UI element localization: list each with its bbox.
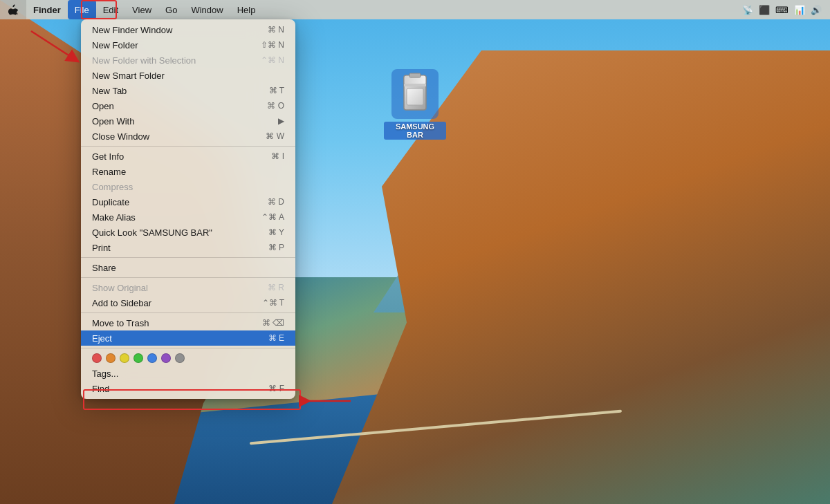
menu-item-new-folder-selection[interactable]: New Folder with Selection ⌃⌘ N (81, 53, 295, 68)
menu-item-new-folder[interactable]: New Folder ⇧⌘ N (81, 37, 295, 53)
tag-purple[interactable] (161, 353, 171, 363)
menu-item-quick-look[interactable]: Quick Look "SAMSUNG BAR" ⌘ Y (81, 225, 295, 240)
tag-gray[interactable] (175, 353, 185, 363)
menubar-edit[interactable]: Edit (96, 0, 125, 19)
keyboard-icon[interactable]: ⌨ (775, 5, 788, 15)
menu-item-compress[interactable]: Compress (81, 179, 295, 194)
menu-item-new-finder-window[interactable]: New Finder Window ⌘ N (81, 22, 295, 37)
separator-5 (81, 348, 295, 348)
separator-1 (81, 146, 295, 147)
svg-rect-4 (409, 73, 421, 77)
menubar-left: Finder File Edit View Go Window Help (0, 0, 262, 19)
menu-item-duplicate[interactable]: Duplicate ⌘ D (81, 194, 295, 209)
apple-menu[interactable] (0, 0, 26, 19)
menubar-window[interactable]: Window (184, 0, 230, 19)
menu-item-move-to-trash[interactable]: Move to Trash ⌘ ⌫ (81, 315, 295, 330)
menu-item-open-with[interactable]: Open With ▶ (81, 113, 295, 129)
menubar-help[interactable]: Help (230, 0, 263, 19)
menubar-right: 📡 ⬛ ⌨ 📊 🔊 (742, 5, 830, 15)
samsung-bar-icon[interactable]: SAMSUNG BAR (384, 69, 446, 140)
menubar-finder[interactable]: Finder (26, 0, 68, 19)
menu-item-open[interactable]: Open ⌘ O (81, 98, 295, 113)
tag-orange[interactable] (106, 353, 116, 363)
battery-icon[interactable]: 📊 (794, 5, 805, 15)
display-icon[interactable]: ⬛ (759, 5, 770, 15)
drive-label: SAMSUNG BAR (384, 122, 446, 140)
menubar: Finder File Edit View Go Window Help 📡 ⬛… (0, 0, 830, 19)
menu-item-new-tab[interactable]: New Tab ⌘ T (81, 83, 295, 98)
file-dropdown-menu: New Finder Window ⌘ N New Folder ⇧⌘ N Ne… (81, 19, 295, 399)
svg-line-5 (31, 31, 74, 59)
separator-3 (81, 277, 295, 278)
svg-rect-2 (404, 84, 426, 86)
menubar-view[interactable]: View (125, 0, 158, 19)
wifi-icon[interactable]: 📡 (742, 5, 753, 15)
menubar-go[interactable]: Go (158, 0, 184, 19)
menu-item-find[interactable]: Find ⌘ F (81, 381, 295, 396)
svg-rect-3 (407, 88, 423, 105)
tag-green[interactable] (133, 353, 143, 363)
icon-selected-bg (391, 69, 439, 119)
menu-item-get-info[interactable]: Get Info ⌘ I (81, 149, 295, 164)
menu-item-show-original[interactable]: Show Original ⌘ R (81, 280, 295, 295)
menu-item-print[interactable]: Print ⌘ P (81, 240, 295, 255)
tag-red[interactable] (92, 353, 102, 363)
annotation-arrow-file (24, 24, 86, 66)
tags-row (81, 351, 295, 366)
tag-blue[interactable] (147, 353, 157, 363)
menu-item-eject[interactable]: Eject ⌘ E (81, 330, 295, 346)
drive-svg (394, 72, 436, 113)
menu-item-share[interactable]: Share (81, 260, 295, 275)
menu-item-make-alias[interactable]: Make Alias ⌃⌘ A (81, 209, 295, 225)
separator-4 (81, 312, 295, 313)
menu-item-new-smart-folder[interactable]: New Smart Folder (81, 68, 295, 83)
volume-icon[interactable]: 🔊 (811, 5, 822, 15)
menu-item-tags[interactable]: Tags... (81, 366, 295, 381)
menu-item-add-sidebar[interactable]: Add to Sidebar ⌃⌘ T (81, 295, 295, 310)
menu-item-rename[interactable]: Rename (81, 164, 295, 179)
menu-item-close-window[interactable]: Close Window ⌘ W (81, 129, 295, 144)
separator-2 (81, 257, 295, 258)
annotation-arrow-eject (299, 393, 354, 409)
menubar-file[interactable]: File (68, 0, 96, 19)
tag-yellow[interactable] (120, 353, 129, 363)
